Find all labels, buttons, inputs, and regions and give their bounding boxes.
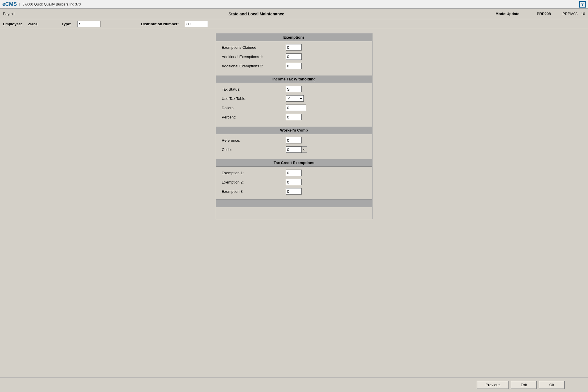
exemptions-claimed-input[interactable] <box>286 44 302 51</box>
additional-exemptions-2-input[interactable] <box>286 63 302 69</box>
exemption-3-row: Exemption 3 <box>222 188 366 195</box>
screen-code: PRP208 <box>537 12 551 16</box>
income-tax-body: Tax Status: Use Tax Table: Y N Dollars: … <box>216 83 372 125</box>
reference-row: Reference: <box>222 136 366 144</box>
help-button[interactable]: ? <box>579 1 586 8</box>
dollars-input[interactable] <box>286 105 306 111</box>
app-logo: eCMS <box>2 1 17 7</box>
code-input-group: < <box>286 146 307 153</box>
employee-row: Employee: 26690 Type: S Distribution Num… <box>0 19 588 29</box>
code-lookup-button[interactable]: < <box>302 146 307 153</box>
use-tax-table-select[interactable]: Y N <box>286 96 303 101</box>
bottom-bar: Previous Exit Ok <box>0 377 588 392</box>
exemptions-header: Exemptions <box>216 34 372 41</box>
form-footer-spacer <box>216 207 372 219</box>
tax-status-input[interactable] <box>286 86 302 92</box>
additional-exemptions-1-input[interactable] <box>286 53 302 60</box>
additional-exemptions-2-label: Additional Exemptions 2: <box>222 64 286 68</box>
income-tax-header: Income Tax Withholding <box>216 75 372 83</box>
use-tax-table-row: Use Tax Table: Y N <box>222 95 366 102</box>
code-input[interactable] <box>286 146 302 153</box>
percent-label: Percent: <box>222 115 286 119</box>
exemption-2-input[interactable] <box>286 179 302 185</box>
module-label: Payroll <box>3 12 15 16</box>
tax-credit-header: Tax Credit Exemptions <box>216 159 372 167</box>
top-bar: eCMS | 37/000 Quick Quality Builders,Inc… <box>0 0 588 9</box>
employee-label: Employee: <box>3 22 22 26</box>
exemptions-claimed-row: Exemptions Claimed: <box>222 44 366 51</box>
exemption-2-label: Exemption 2: <box>222 180 286 184</box>
additional-exemptions-1-label: Additional Exemptions 1: <box>222 55 286 59</box>
exemption-1-input[interactable] <box>286 170 302 176</box>
reference-label: Reference: <box>222 138 286 143</box>
form-panel: Exemptions Exemptions Claimed: Additiona… <box>216 33 373 219</box>
exemption-3-input[interactable] <box>286 188 302 195</box>
form-footer-bar <box>216 199 372 207</box>
dollars-row: Dollars: <box>222 104 366 112</box>
type-field[interactable]: S <box>77 21 100 27</box>
exemptions-claimed-label: Exemptions Claimed: <box>222 45 286 50</box>
page-title: State and Local Maintenance <box>17 12 495 16</box>
reference-input[interactable] <box>286 137 302 143</box>
workers-comp-body: Reference: Code: < <box>216 134 372 157</box>
distribution-field[interactable]: 30 <box>185 21 208 27</box>
exit-button[interactable]: Exit <box>511 381 537 389</box>
employee-value: 26690 <box>28 22 38 26</box>
type-label: Type: <box>62 22 71 26</box>
exemption-2-row: Exemption 2: <box>222 178 366 186</box>
additional-exemptions-2-row: Additional Exemptions 2: <box>222 62 366 70</box>
tax-credit-body: Exemption 1: Exemption 2: Exemption 3 <box>216 167 372 199</box>
screen-id: PRPM08 - 10 <box>562 12 585 16</box>
dollars-label: Dollars: <box>222 106 286 110</box>
code-row: Code: < <box>222 146 366 153</box>
mode-display: Mode:Update <box>495 12 519 16</box>
exemption-1-row: Exemption 1: <box>222 169 366 177</box>
percent-row: Percent: <box>222 113 366 121</box>
use-tax-table-select-wrapper[interactable]: Y N <box>286 95 304 102</box>
main-content: Exemptions Exemptions Claimed: Additiona… <box>0 29 588 224</box>
header-row: Payroll State and Local Maintenance Mode… <box>0 9 588 19</box>
exemption-1-label: Exemption 1: <box>222 171 286 175</box>
workers-comp-header: Worker's Comp <box>216 127 372 134</box>
tax-status-row: Tax Status: <box>222 85 366 93</box>
distribution-label: Distribution Number: <box>141 22 179 26</box>
ok-button[interactable]: Ok <box>539 381 565 389</box>
company-info: 37/000 Quick Quality Builders,Inc 370 <box>22 2 579 6</box>
use-tax-table-label: Use Tax Table: <box>222 96 286 101</box>
previous-button[interactable]: Previous <box>477 381 509 389</box>
exemptions-body: Exemptions Claimed: Additional Exemption… <box>216 41 372 74</box>
exemption-3-label: Exemption 3 <box>222 189 286 194</box>
tax-status-label: Tax Status: <box>222 87 286 91</box>
code-label: Code: <box>222 148 286 152</box>
additional-exemptions-1-row: Additional Exemptions 1: <box>222 53 366 60</box>
percent-input[interactable] <box>286 114 302 120</box>
